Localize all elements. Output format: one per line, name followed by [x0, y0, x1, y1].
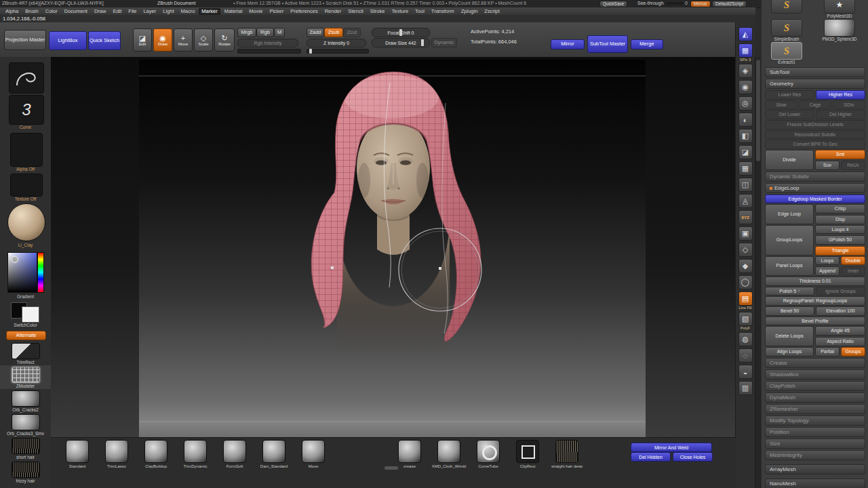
- tool-thumb-pm3d-sphere3d[interactable]: PM3D_Sphere3D: [817, 19, 862, 41]
- tool-thumb-simplebrush[interactable]: S SimpleBrush: [764, 19, 809, 41]
- aahalf-icon[interactable]: ◐: [738, 113, 753, 127]
- freeze-subdivision-button[interactable]: Freeze SubDivision Levels: [765, 120, 865, 129]
- menu-item[interactable]: Layer: [140, 8, 159, 15]
- shelf-brush-orb-cracks2[interactable]: Orb_Cracks2: [0, 389, 51, 413]
- scale-3d-icon[interactable]: ◆: [738, 259, 753, 273]
- close-holes-button[interactable]: Close Holes: [673, 452, 713, 462]
- focal-shift-slider[interactable]: Focal Shift 0: [372, 28, 430, 37]
- panel-section-header[interactable]: Crease: [765, 358, 865, 368]
- reconstruct-subdiv-button[interactable]: Reconstruct Subdiv: [765, 130, 865, 140]
- double-toggle[interactable]: Double: [841, 256, 865, 266]
- frame-icon[interactable]: ▣: [738, 226, 753, 241]
- sdiv-slider[interactable]: SDiv: [833, 100, 865, 110]
- zoomrate-icon[interactable]: ◧: [738, 129, 753, 143]
- panel-scrollbar-thumb[interactable]: [756, 60, 760, 161]
- panel-section-header[interactable]: Modify Topology: [765, 415, 865, 426]
- menu-item[interactable]: Zscript: [481, 8, 502, 15]
- hue-strip[interactable]: [37, 252, 44, 293]
- polyf-icon[interactable]: ▧ PolyF: [738, 312, 753, 330]
- menu-item[interactable]: Color: [43, 8, 60, 15]
- zsub-button[interactable]: Zsub: [324, 28, 343, 37]
- menu-item[interactable]: Render: [322, 8, 344, 15]
- triangle-toggle[interactable]: Triangle: [815, 246, 865, 256]
- tray-brush-crease[interactable]: crease: [390, 440, 429, 468]
- group-loops-button[interactable]: GroupLoops: [765, 225, 814, 256]
- persp-icon[interactable]: ◪: [738, 145, 753, 159]
- dynamic-toggle[interactable]: Dynamic: [431, 38, 457, 47]
- rotate-mode-button[interactable]: ↻Rotate: [214, 28, 235, 52]
- smt-toggle[interactable]: Smt: [815, 150, 865, 159]
- panel-section-header[interactable]: Position: [765, 427, 865, 437]
- polish-slider[interactable]: Polish 5○: [765, 287, 814, 296]
- quicksave-button[interactable]: QuickSave: [599, 1, 627, 7]
- xyz-icon[interactable]: XYZ: [738, 210, 753, 224]
- zcut-button[interactable]: Zcut: [343, 28, 361, 37]
- menu-item[interactable]: Stroke: [368, 8, 388, 15]
- defaultzscript-button[interactable]: DefaultZScript: [712, 1, 747, 7]
- shelf-brush-zmodeler[interactable]: ZModeler: [0, 365, 51, 389]
- edge-loop-button[interactable]: Edge Loop: [765, 204, 814, 224]
- zadd-button[interactable]: Zadd: [307, 28, 324, 37]
- tray-brush-move[interactable]: Move: [294, 440, 333, 468]
- mirror-and-weld-button[interactable]: Mirror And Weld: [631, 443, 712, 452]
- elevation-slider[interactable]: Elevation 100: [816, 306, 865, 316]
- lightbox-button[interactable]: LightBox: [49, 31, 87, 50]
- del-higher-button[interactable]: Del Higher: [816, 110, 865, 119]
- menu-item[interactable]: Tool: [412, 8, 427, 15]
- panel-loops-button[interactable]: Panel Loops: [765, 256, 814, 276]
- menu-item[interactable]: Brush: [22, 8, 41, 15]
- alternate-button[interactable]: Alternate: [6, 331, 46, 340]
- ignore-groups-toggle[interactable]: Ignore Groups: [816, 287, 865, 296]
- color-picker[interactable]: [7, 252, 44, 291]
- tray-brush-curvetube[interactable]: CurveTube: [469, 440, 508, 468]
- tray-brush-cliprect[interactable]: ClipRect: [508, 440, 547, 468]
- tray-brush-straight-hair[interactable]: straight hair detai: [547, 440, 587, 468]
- z-intensity-slider[interactable]: Z Intensity 0: [307, 39, 366, 47]
- tray-brush-trimlasso[interactable]: TrimLasso: [97, 440, 136, 468]
- tray-brush-trimdynamic[interactable]: TrimDynamic: [176, 440, 215, 468]
- bevel-profile-curve[interactable]: Bevel Profile: [765, 317, 865, 326]
- move-3d-icon[interactable]: ◇: [738, 243, 753, 257]
- rgb-intensity-slider[interactable]: Rgb Intensity: [237, 39, 298, 47]
- current-brush-thumbnail[interactable]: [9, 62, 44, 94]
- menu-item[interactable]: File: [125, 8, 139, 15]
- angle-slider[interactable]: Angle 45: [815, 326, 865, 336]
- mrgb-button[interactable]: Mrgb: [237, 28, 256, 37]
- menu-item[interactable]: Movie: [246, 8, 265, 15]
- menu-item[interactable]: Edit: [110, 8, 124, 15]
- tray-brush-xmd-cloth-wrinkl[interactable]: XMD_Cloth_Wrinkl: [429, 440, 469, 468]
- gpolish-slider[interactable]: GPolish 50: [815, 235, 865, 245]
- suv-toggle[interactable]: Suv: [815, 161, 840, 170]
- material-thumbnail[interactable]: [7, 203, 45, 241]
- solo-icon[interactable]: ◒: [738, 365, 753, 379]
- subtool-master-button[interactable]: SubTool Master: [587, 35, 628, 53]
- tool-thumb-extractg[interactable]: S ExtractG: [764, 42, 809, 64]
- shelf-brush-short-hair[interactable]: short hair: [0, 436, 51, 460]
- crisp-toggle[interactable]: Crisp: [815, 204, 865, 214]
- menu-item[interactable]: Document: [62, 8, 90, 15]
- delete-loops-button[interactable]: Delete Loops: [765, 326, 814, 346]
- bevel-slider[interactable]: Bevel 50: [765, 306, 814, 316]
- geometry-section-header[interactable]: Geometry: [765, 79, 865, 89]
- align-loops-button[interactable]: Align Loops: [765, 347, 814, 357]
- bpr-icon[interactable]: ◭: [738, 27, 753, 41]
- dynamic-subdiv-header[interactable]: Dynamic Subdiv: [765, 171, 865, 182]
- rgb-intensity-track[interactable]: [237, 49, 301, 54]
- alpha-thumbnail[interactable]: [10, 133, 43, 167]
- higher-res-button[interactable]: Higher Res: [816, 90, 865, 100]
- rotate-3d-icon[interactable]: ◯: [738, 275, 753, 289]
- local-icon[interactable]: ◫: [738, 178, 753, 192]
- del-hidden-button[interactable]: Del Hidden: [631, 452, 671, 462]
- cage-toggle[interactable]: Cage: [799, 100, 831, 110]
- aspect-ratio-toggle[interactable]: Aspect Ratio: [815, 337, 865, 346]
- menu-item[interactable]: Picker: [267, 8, 286, 15]
- loops2-toggle[interactable]: Loops: [815, 256, 840, 266]
- menu-item[interactable]: Zplugin: [458, 8, 481, 15]
- tray-brush-formsoft[interactable]: FormSoft: [215, 440, 254, 468]
- tool-thumb-polymesh3d[interactable]: ★ PolyMesh3D: [817, 0, 862, 18]
- z-intensity-track[interactable]: [307, 49, 369, 54]
- menu-item[interactable]: Marker: [199, 8, 220, 15]
- tray-resize-handle[interactable]: [384, 466, 398, 470]
- subtool-section-header[interactable]: SubTool: [765, 67, 865, 77]
- spix-lower-icon[interactable]: ▥: [738, 381, 753, 395]
